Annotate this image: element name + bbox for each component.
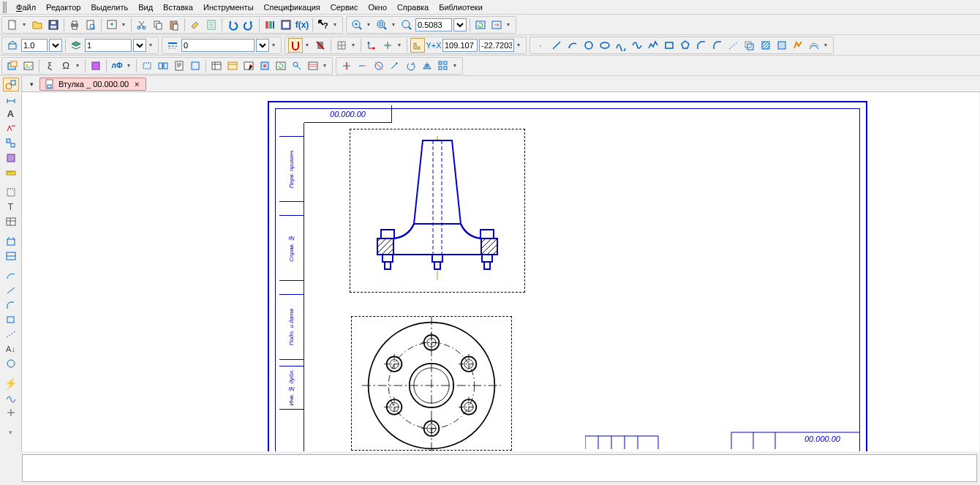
lp-point-icon[interactable]: A↓ (3, 342, 19, 356)
zoom-value-dropdown[interactable] (453, 18, 467, 31)
lp-aux-icon[interactable] (3, 327, 19, 341)
menu-tools[interactable]: Инструменты (199, 1, 258, 13)
save-button[interactable] (46, 18, 61, 32)
toolbar-overflow-1[interactable] (332, 18, 339, 32)
move-button[interactable] (388, 59, 402, 73)
ortho-button[interactable] (410, 38, 425, 53)
layer-dropdown[interactable] (133, 39, 146, 52)
aux-view-button[interactable] (140, 59, 154, 73)
document-tab[interactable]: Втулка _ 00.000.00 × (39, 78, 146, 91)
state-overflow[interactable] (148, 38, 155, 53)
fillet-button[interactable] (710, 38, 725, 53)
aux-line-button[interactable] (726, 38, 741, 53)
lp-select-icon[interactable] (3, 185, 19, 199)
trim-button[interactable] (339, 59, 354, 73)
print-preview-button[interactable] (83, 18, 98, 32)
menu-insert[interactable]: Вставка (159, 1, 197, 13)
snap-dropdown[interactable] (304, 38, 312, 53)
contour-button[interactable] (791, 38, 805, 53)
local-frag-button[interactable]: лФ (110, 59, 124, 73)
insert-image-button[interactable] (21, 59, 36, 73)
hatch-button[interactable] (758, 38, 773, 53)
zoom-in-button[interactable] (350, 18, 364, 32)
rect-button[interactable] (662, 38, 676, 53)
ellipse-button[interactable] (598, 38, 612, 53)
lp-measure-icon[interactable] (3, 165, 19, 179)
menu-view[interactable]: Вид (134, 1, 157, 13)
lp-line-icon[interactable] (3, 283, 19, 297)
tech-req-button[interactable] (172, 59, 186, 73)
lp-dimensions-icon[interactable] (3, 92, 19, 106)
zoom-window-dropdown[interactable] (391, 18, 398, 32)
lp-rough-icon[interactable] (3, 121, 19, 135)
zoom-icon[interactable] (399, 18, 414, 32)
spec-edit-button[interactable] (241, 59, 256, 73)
insert-overflow[interactable] (322, 59, 329, 73)
array-button[interactable] (436, 59, 451, 73)
symbol-dropdown[interactable] (75, 59, 82, 73)
macro-button[interactable] (88, 59, 103, 73)
edit-overflow[interactable] (452, 59, 459, 73)
circle-button[interactable] (581, 38, 596, 53)
tab-list-button[interactable]: ▾ (26, 79, 37, 89)
special-char-button[interactable]: ξ (42, 59, 57, 73)
mirror-button[interactable] (420, 59, 434, 73)
region-button[interactable] (774, 38, 789, 53)
preview-dropdown[interactable] (121, 18, 128, 32)
polyline-button[interactable] (646, 38, 660, 53)
linestyle-dropdown[interactable] (256, 39, 269, 52)
variables-button[interactable]: f(x) (295, 18, 309, 32)
redo-button[interactable] (241, 18, 256, 32)
linestyle-icon[interactable] (165, 38, 180, 53)
layer-input[interactable] (85, 39, 132, 52)
scale-input[interactable] (21, 39, 48, 52)
open-button[interactable] (30, 18, 45, 32)
lp-frame-icon[interactable] (3, 234, 19, 248)
view-overflow[interactable] (505, 18, 513, 32)
spec-link-button[interactable] (225, 59, 240, 73)
insert-fragment-button[interactable] (5, 59, 20, 73)
scale-dropdown[interactable] (49, 39, 62, 52)
zoom-window-button[interactable] (374, 18, 389, 32)
paste-button[interactable] (167, 18, 181, 32)
cut-button[interactable] (135, 18, 149, 32)
arc-button[interactable] (565, 38, 580, 53)
local-dropdown[interactable] (126, 59, 133, 73)
geometry-overflow[interactable] (823, 38, 830, 53)
menu-grip[interactable] (3, 1, 7, 13)
library-manager-button[interactable] (263, 18, 277, 32)
new-doc-button[interactable] (5, 18, 20, 32)
unknown-button-1[interactable] (188, 59, 203, 73)
refresh-view-button[interactable] (473, 18, 488, 32)
extend-button[interactable] (355, 59, 370, 73)
lp-arc-icon[interactable] (3, 268, 19, 282)
preview-button[interactable] (105, 18, 119, 32)
linestyle-input[interactable] (181, 39, 255, 52)
polygon-button[interactable] (678, 38, 693, 53)
lp-spline-icon[interactable] (3, 391, 19, 405)
menu-select[interactable]: Выделить (86, 1, 132, 13)
lp-text2-icon[interactable]: T (3, 200, 19, 214)
menu-file[interactable]: Файл (12, 1, 40, 13)
coord-y-input[interactable] (479, 39, 514, 52)
lp-view-icon[interactable] (3, 249, 19, 263)
coord-sys-button[interactable] (380, 38, 395, 53)
lp-table-icon[interactable] (3, 214, 19, 228)
model-tree-button[interactable] (279, 18, 293, 32)
copy-button[interactable] (151, 18, 165, 32)
shift-view-button[interactable] (489, 18, 504, 32)
lp-circle-icon[interactable] (3, 356, 19, 370)
drawing-canvas[interactable]: 00.000.00 Перв. примен. Справ. № Подп. и… (22, 92, 979, 451)
lp-cross-icon[interactable] (3, 405, 19, 419)
format-paint-button[interactable] (188, 18, 203, 32)
offset-button[interactable] (742, 38, 757, 53)
break-button[interactable] (372, 59, 386, 73)
spec-obj-button[interactable] (257, 59, 272, 73)
zoom-value-input[interactable] (415, 18, 452, 31)
lp-edit-icon[interactable] (3, 136, 19, 150)
undo-button[interactable] (225, 18, 240, 32)
layer-manager-button[interactable] (69, 38, 83, 53)
coord-overflow[interactable] (516, 38, 523, 53)
lp-bolt-icon[interactable]: ⚡ (3, 376, 19, 390)
point-button[interactable]: · (533, 38, 548, 53)
